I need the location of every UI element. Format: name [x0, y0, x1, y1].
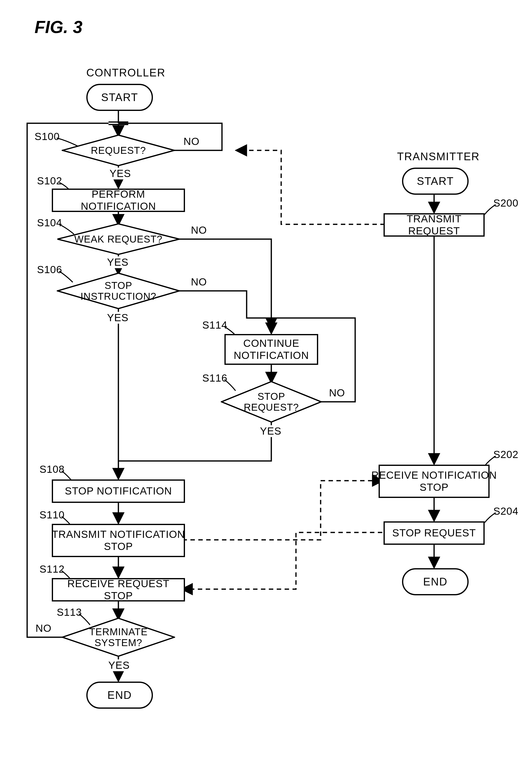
decision-s104-text: WEAK REQUEST? [74, 234, 162, 245]
step-label-s102: S102 [37, 175, 62, 187]
s100-yes: YES [109, 168, 132, 180]
s116-yes: YES [259, 425, 282, 437]
process-s112: RECEIVE REQUEST STOP [52, 578, 185, 602]
decision-s106: STOP INSTRUCTION? [57, 272, 180, 309]
controller-heading: CONTROLLER [86, 67, 151, 79]
s104-yes: YES [106, 257, 129, 268]
step-label-s200: S200 [493, 197, 518, 209]
controller-start: START [86, 84, 153, 111]
process-s204: STOP REQUEST [383, 521, 485, 545]
s106-yes: YES [106, 312, 129, 324]
process-s102: PERFORM NOTIFICATION [52, 189, 185, 212]
decision-s116: STOP REQUEST? [221, 381, 322, 423]
process-s110: TRANSMIT NOTIFICATION STOP [52, 524, 185, 557]
s113-no: NO [35, 622, 53, 634]
transmitter-start: START [402, 168, 469, 195]
process-s202: RECEIVE NOTIFICATION STOP [378, 465, 490, 498]
s113-yes: YES [107, 659, 131, 671]
figure-title: FIG. 3 [35, 17, 82, 37]
step-label-s114: S114 [202, 319, 228, 331]
decision-s100-text: REQUEST? [91, 145, 146, 156]
decision-s113-text: TERMINATE SYSTEM? [89, 626, 148, 648]
process-s200: TRANSMIT REQUEST [383, 213, 485, 237]
step-label-s100: S100 [35, 131, 60, 143]
s106-no: NO [190, 276, 208, 288]
decision-s113: TERMINATE SYSTEM? [62, 617, 175, 657]
decision-s100: REQUEST? [62, 134, 175, 166]
step-label-s204: S204 [493, 505, 518, 517]
flowchart-canvas: FIG. 3 [10, 10, 522, 748]
process-s114: CONTINUE NOTIFICATION [225, 334, 318, 365]
step-label-s113: S113 [57, 606, 82, 618]
transmitter-heading: TRANSMITTER [397, 150, 471, 163]
s116-no: NO [328, 387, 346, 399]
controller-end: END [86, 682, 153, 709]
decision-s116-text: STOP REQUEST? [244, 391, 299, 413]
step-label-s202: S202 [493, 449, 518, 461]
s104-no: NO [190, 224, 208, 236]
step-label-s108: S108 [39, 464, 65, 475]
process-s108: STOP NOTIFICATION [52, 479, 185, 503]
decision-s106-text: STOP INSTRUCTION? [80, 280, 157, 302]
decision-s104: WEAK REQUEST? [57, 223, 180, 255]
transmitter-end: END [402, 568, 469, 595]
step-label-s112: S112 [39, 563, 65, 575]
s100-no: NO [183, 136, 200, 148]
step-label-s110: S110 [39, 509, 65, 521]
